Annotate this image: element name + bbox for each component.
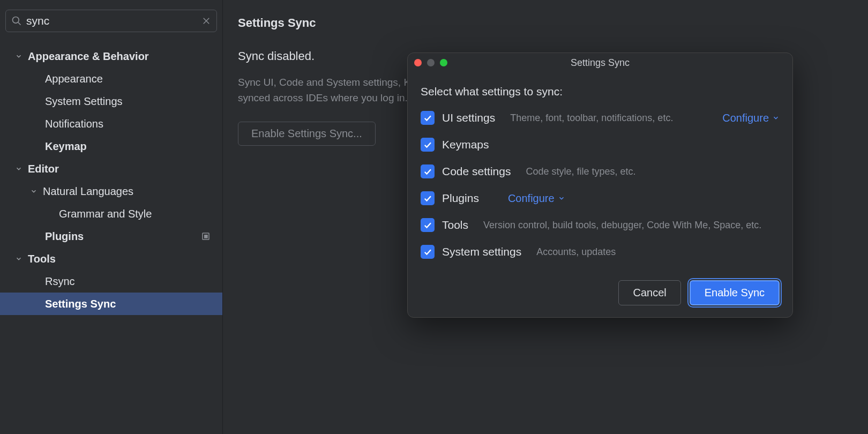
chevron-down-icon[interactable] [30,185,43,198]
settings-sidebar: Appearance & BehaviorAppearanceSystem Se… [0,0,223,434]
enable-sync-button[interactable]: Enable Sync [690,280,780,305]
option-hint: Version control, build tools, debugger, … [483,220,761,231]
minimize-window-icon [427,59,435,66]
tree-item-natural-languages[interactable]: Natural Languages [0,180,222,203]
tree-item-editor[interactable]: Editor [0,158,222,180]
search-icon [11,16,22,26]
tree-item-plugins[interactable]: Plugins [0,225,222,248]
sync-option-system-settings: System settingsAccounts, updates [421,245,780,259]
tree-item-label: Keymap [45,140,222,153]
tree-item-system-settings[interactable]: System Settings [0,90,222,113]
settings-tree: Appearance & BehaviorAppearanceSystem Se… [0,39,222,434]
checkbox[interactable] [421,218,435,232]
close-window-icon[interactable] [414,59,422,66]
tree-item-label: Tools [28,253,222,265]
tree-item-label: Rsync [45,275,222,288]
page-title: Settings Sync [238,16,853,30]
zoom-window-icon[interactable] [440,59,447,66]
tree-item-label: Plugins [45,230,201,243]
chevron-down-icon[interactable] [15,50,28,63]
tree-item-label: System Settings [45,95,222,108]
option-label: UI settings [442,111,495,124]
search-box[interactable] [5,10,217,32]
open-external-icon [201,231,211,241]
clear-search-icon[interactable] [201,16,211,26]
sync-option-plugins: PluginsConfigure [421,191,780,205]
tree-item-grammar-and-style[interactable]: Grammar and Style [0,203,222,225]
tree-item-label: Editor [28,163,222,175]
tree-item-notifications[interactable]: Notifications [0,113,222,135]
window-controls [414,59,447,66]
sync-option-keymaps: Keymaps [421,138,780,152]
tree-item-settings-sync[interactable]: Settings Sync [0,293,222,315]
chevron-down-icon[interactable] [15,253,28,265]
tree-item-appearance-behavior[interactable]: Appearance & Behavior [0,45,222,68]
settings-sync-dialog: Settings Sync Select what settings to sy… [407,53,793,318]
enable-settings-sync-button[interactable]: Enable Settings Sync... [238,122,376,146]
checkbox[interactable] [421,111,435,125]
option-label: Keymaps [442,138,489,151]
cancel-button[interactable]: Cancel [618,280,680,305]
sync-option-ui-settings: UI settingsTheme, font, toolbar, notific… [421,111,780,125]
tree-item-label: Settings Sync [45,298,222,310]
dialog-buttons: Cancel Enable Sync [408,275,792,317]
checkbox[interactable] [421,245,435,259]
tree-item-rsync[interactable]: Rsync [0,270,222,293]
svg-rect-5 [204,235,208,238]
option-label: System settings [442,245,521,258]
tree-item-keymap[interactable]: Keymap [0,135,222,158]
svg-point-0 [13,17,19,24]
tree-item-label: Natural Languages [43,185,222,198]
dialog-titlebar: Settings Sync [408,53,792,72]
tree-item-appearance[interactable]: Appearance [0,68,222,90]
option-hint: Accounts, updates [536,246,616,258]
tree-item-tools[interactable]: Tools [0,248,222,270]
search-wrap [0,0,222,39]
svg-line-1 [18,23,21,25]
checkbox[interactable] [421,191,435,205]
dialog-heading: Select what settings to sync: [421,85,780,98]
sync-option-code-settings: Code settingsCode style, file types, etc… [421,164,780,178]
option-label: Plugins [442,192,479,205]
tree-item-label: Appearance & Behavior [28,50,222,63]
configure-link[interactable]: Configure [508,192,565,205]
option-label: Code settings [442,165,511,178]
option-hint: Code style, file types, etc. [526,166,635,177]
sync-option-tools: ToolsVersion control, build tools, debug… [421,218,780,232]
checkbox[interactable] [421,138,435,152]
option-hint: Theme, font, toolbar, notifications, etc… [510,113,673,124]
tree-item-label: Notifications [45,118,222,130]
checkbox[interactable] [421,164,435,178]
tree-item-label: Grammar and Style [59,208,222,220]
search-input[interactable] [26,14,201,27]
dialog-body: Select what settings to sync: UI setting… [408,72,792,275]
chevron-down-icon[interactable] [15,163,28,175]
dialog-title: Settings Sync [408,57,792,69]
option-label: Tools [442,219,468,231]
tree-item-label: Appearance [45,73,222,85]
configure-link[interactable]: Configure [722,112,780,124]
